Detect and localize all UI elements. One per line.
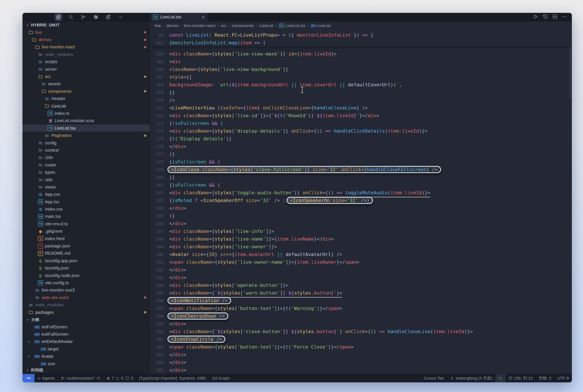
- tree-item[interactable]: i18n: [22, 154, 150, 161]
- tree-item[interactable]: node_modules: [22, 51, 150, 58]
- chevron-down-icon[interactable]: [117, 13, 124, 21]
- code-line[interactable]: 197 <span className={styles['button-text…: [150, 304, 572, 312]
- code-line[interactable]: 164 <div className={styles['live-view-ma…: [150, 50, 572, 58]
- code-line[interactable]: 198 <IconChevronDown />: [150, 312, 572, 320]
- tree-item[interactable]: Pagination: [22, 132, 150, 139]
- code-line[interactable]: 170 />: [150, 96, 572, 104]
- package-icon[interactable]: [92, 13, 100, 21]
- code-line[interactable]: 175 {t('Display details')}: [150, 135, 572, 143]
- breadcrumb-item[interactable]: [⊘]LiveList: [311, 23, 330, 28]
- git-graph-status[interactable]: Git Graph: [209, 374, 233, 382]
- tree-item[interactable]: packages: [22, 309, 150, 316]
- outline-header[interactable]: 大纲: [22, 316, 150, 323]
- split-editor-icon[interactable]: [552, 14, 558, 20]
- cursor-tab-status[interactable]: Cursor Tab: [421, 374, 447, 382]
- tree-item[interactable]: {}tsconfig.app.json: [22, 257, 150, 264]
- code-line[interactable]: 187 <div className={styles['live-info']}…: [150, 228, 572, 235]
- workspace-header[interactable]: HYBRID_UIKIT: [22, 22, 150, 29]
- tree-item[interactable]: TSindex.ts: [22, 110, 150, 117]
- code-line[interactable]: 186 </div>: [150, 220, 572, 228]
- run-icon[interactable]: [533, 14, 538, 20]
- line-col-status[interactable]: 行 156, 列 13: [506, 374, 536, 382]
- code-line[interactable]: 190 <Avatar size={20} src={item.avatarUr…: [150, 250, 572, 258]
- code-line[interactable]: 166 className={styles['live-view-backgro…: [150, 66, 572, 73]
- code-line[interactable]: 185 )}: [150, 212, 572, 220]
- tree-item[interactable]: Header: [22, 95, 150, 102]
- code-line[interactable]: 202 <span className={styles['button-text…: [150, 343, 572, 351]
- breadcrumb-item[interactable]: live-monitor-react: [184, 23, 215, 28]
- agents-status[interactable]: ∞Agents: [34, 374, 58, 382]
- code-line[interactable]: 200 <div className={`${styles['close-but…: [150, 328, 572, 336]
- code-line[interactable]: 183 {isMuted ? <IconSpeakerOff size='32'…: [150, 197, 572, 204]
- outline-item[interactable]: [⊘]size: [22, 360, 150, 366]
- breadcrumb-item[interactable]: TSLiveList.tsx: [279, 23, 306, 28]
- tree-item[interactable]: live: [22, 29, 150, 36]
- code-line[interactable]: 179 <IconClose className={styles['close-…: [150, 166, 572, 174]
- tree-item[interactable]: ◆.gitignore: [22, 228, 150, 235]
- search-icon[interactable]: [67, 13, 75, 21]
- tree-item[interactable]: components: [22, 88, 150, 95]
- tree-item[interactable]: ヨApp.css: [22, 191, 150, 198]
- tree-item[interactable]: web-vite-vue3: [22, 294, 150, 301]
- tree-item[interactable]: M↓README.md: [22, 250, 150, 257]
- code-line[interactable]: 178 {isFullscreen && (: [150, 158, 572, 166]
- code-line[interactable]: 189 <div className={styles['live-owner']…: [150, 243, 572, 250]
- encoding-status[interactable]: UTF-8: [554, 374, 572, 382]
- blame-status[interactable]: icebergfeng (4 天前): [447, 374, 495, 382]
- code-area[interactable]: 65const LiveList: React.FC<LiveListProps…: [150, 30, 572, 374]
- tree-item[interactable]: TSLiveList.tsx: [22, 124, 150, 132]
- tree-item[interactable]: server: [22, 66, 150, 73]
- code-line[interactable]: 172 <div className={styles['live-id']}>{…: [150, 112, 572, 120]
- code-line[interactable]: 167 style={{: [150, 73, 572, 81]
- close-icon[interactable]: ×: [202, 14, 205, 20]
- code-line[interactable]: 188 <div className={styles['live-name']}…: [150, 235, 572, 243]
- code-line[interactable]: 182 <div className={styles['toggle-audio…: [150, 189, 572, 197]
- code-line[interactable]: 171 <LiveMonitorView liveInfo={item} onC…: [150, 104, 572, 112]
- more-icon[interactable]: [562, 14, 567, 20]
- tree-item[interactable]: demos: [22, 36, 150, 43]
- code-line[interactable]: 162 {monitorLiveInfoList.map(item => (: [150, 39, 572, 47]
- tree-item[interactable]: node_modules: [22, 301, 150, 308]
- code-line[interactable]: 194 <div className={styles['operate-butt…: [150, 282, 572, 289]
- tree-item[interactable]: live-monitor-react: [22, 44, 150, 51]
- extensions-icon[interactable]: [104, 13, 112, 21]
- code-line[interactable]: 195 <div className={`${styles['warn-butt…: [150, 289, 572, 297]
- tree-item[interactable]: utils: [22, 176, 150, 183]
- code-line[interactable]: 201 <IconStopCircle />: [150, 336, 572, 343]
- tree-item[interactable]: live-monitor-vue3: [22, 286, 150, 294]
- outline-item[interactable]: [⊘]setDefaultAvatar: [22, 338, 150, 345]
- code-line[interactable]: 165 <div: [150, 58, 572, 66]
- code-line[interactable]: 176 </div>: [150, 143, 572, 150]
- tree-item[interactable]: types: [22, 168, 150, 176]
- tree-item[interactable]: TSApp.tsx: [22, 198, 150, 206]
- history-icon[interactable]: [543, 14, 548, 20]
- search-status[interactable]: [495, 374, 506, 382]
- tab-livelist-tsx[interactable]: TS LiveList.tsx ×: [150, 13, 208, 21]
- code-line[interactable]: 205 </div>: [150, 366, 572, 374]
- code-line[interactable]: 168 backgroundImage: `url(${item.backgro…: [150, 81, 572, 89]
- tree-item[interactable]: config: [22, 139, 150, 146]
- tree-item[interactable]: context: [22, 146, 150, 154]
- code-line[interactable]: 203 </div>: [150, 351, 572, 358]
- breadcrumb-item[interactable]: components: [232, 23, 254, 28]
- code-line[interactable]: 184 </div>: [150, 204, 572, 212]
- breadcrumb-item[interactable]: demos: [166, 23, 178, 28]
- outline-item[interactable]: [⊘]target: [22, 345, 150, 352]
- breadcrumb-item[interactable]: LiveList: [260, 23, 273, 28]
- outline-item[interactable]: [⊘]Avatar: [22, 353, 150, 360]
- code-line[interactable]: 174 <div className={styles['display-deta…: [150, 127, 572, 135]
- tree-item[interactable]: 5index.html: [22, 235, 150, 242]
- tree-item[interactable]: SLiveList.module.scss: [22, 117, 150, 124]
- code-line[interactable]: 196 <IconNotification />: [150, 297, 572, 304]
- tree-item[interactable]: scripts: [22, 58, 150, 66]
- indentation-status[interactable]: 空格: 2: [536, 374, 554, 382]
- tree-item[interactable]: router: [22, 161, 150, 168]
- tree-item[interactable]: {}tsconfig.json: [22, 264, 150, 272]
- files-icon[interactable]: [55, 13, 62, 21]
- code-line[interactable]: 191 <span className={styles['live-owner-…: [150, 258, 572, 266]
- breadcrumb-item[interactable]: src: [221, 23, 226, 28]
- tree-item[interactable]: src: [22, 73, 150, 80]
- source-control-icon[interactable]: [79, 13, 87, 21]
- tree-item[interactable]: {}tsconfig.node.json: [22, 272, 150, 279]
- code-line[interactable]: 177 )}: [150, 150, 572, 158]
